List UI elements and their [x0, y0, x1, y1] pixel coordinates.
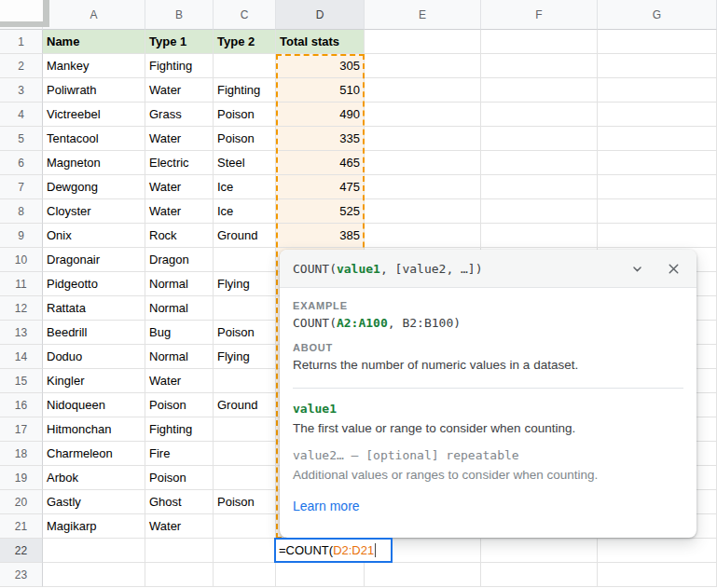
cell[interactable]: Doduo [43, 345, 145, 369]
cell[interactable]: Water [145, 199, 214, 224]
row-header[interactable]: 7 [0, 175, 43, 199]
cell[interactable]: Magneton [43, 151, 145, 175]
cell[interactable]: Water [145, 369, 214, 393]
cell[interactable] [598, 539, 717, 563]
cell[interactable]: Fighting [214, 78, 276, 103]
row-header[interactable]: 16 [0, 393, 43, 417]
cell[interactable]: Ice [214, 199, 276, 224]
cell[interactable] [481, 151, 598, 175]
cell[interactable]: Dragonair [43, 248, 145, 272]
cell[interactable] [481, 224, 598, 248]
cell[interactable] [365, 563, 481, 587]
cell[interactable] [598, 54, 717, 78]
cell[interactable] [214, 54, 276, 78]
cell[interactable] [481, 30, 598, 54]
row-header[interactable]: 17 [0, 417, 43, 442]
cell[interactable]: Rock [145, 224, 214, 248]
row-header[interactable]: 4 [0, 103, 43, 127]
row-header[interactable]: 10 [0, 248, 43, 272]
cell[interactable]: Mankey [43, 54, 145, 78]
cell[interactable] [481, 78, 598, 103]
cell[interactable]: 465 [276, 151, 365, 175]
cell[interactable] [598, 30, 717, 54]
cell[interactable] [365, 103, 481, 127]
cell[interactable]: Cloyster [43, 199, 145, 224]
cell[interactable] [481, 54, 598, 78]
cell[interactable]: Flying [214, 272, 276, 296]
cell[interactable]: Fighting [145, 54, 214, 78]
row-header[interactable]: 22 [0, 539, 43, 563]
row-header[interactable]: 21 [0, 514, 43, 539]
cell[interactable]: 305 [276, 54, 365, 78]
cell[interactable]: Rattata [43, 296, 145, 321]
cell[interactable]: Hitmonchan [43, 417, 145, 442]
cell[interactable] [365, 199, 481, 224]
row-header[interactable]: 6 [0, 151, 43, 175]
row-header[interactable]: 9 [0, 224, 43, 248]
cell[interactable]: Normal [145, 345, 214, 369]
cell[interactable] [598, 127, 717, 151]
cell[interactable]: 475 [276, 175, 365, 199]
cell[interactable]: Poison [214, 321, 276, 345]
cell[interactable]: Water [145, 175, 214, 199]
row-header[interactable]: 18 [0, 442, 43, 466]
chevron-down-icon[interactable] [629, 261, 645, 277]
cell[interactable]: Water [145, 127, 214, 151]
cell[interactable] [276, 563, 365, 587]
cell[interactable]: Ice [214, 175, 276, 199]
cell[interactable] [43, 539, 145, 563]
cell[interactable] [214, 296, 276, 321]
cell[interactable] [481, 563, 598, 587]
cell[interactable]: Ghost [145, 490, 214, 514]
cell[interactable] [598, 563, 717, 587]
cell[interactable]: Dragon [145, 248, 214, 272]
row-header[interactable]: 1 [0, 30, 43, 54]
cell[interactable]: Poison [145, 393, 214, 417]
row-header[interactable]: 12 [0, 296, 43, 321]
cell-name-header[interactable]: Name [43, 30, 145, 54]
learn-more-link[interactable]: Learn more [293, 499, 360, 513]
row-header[interactable]: 20 [0, 490, 43, 514]
close-icon[interactable] [666, 261, 682, 277]
cell[interactable] [598, 78, 717, 103]
cell[interactable]: Grass [145, 103, 214, 127]
cell[interactable] [214, 248, 276, 272]
cell[interactable] [598, 103, 717, 127]
cell[interactable]: Poison [214, 490, 276, 514]
cell[interactable] [214, 539, 276, 563]
cell[interactable]: Tentacool [43, 127, 145, 151]
cell[interactable]: Gastly [43, 490, 145, 514]
cell[interactable] [365, 78, 481, 103]
cell[interactable] [214, 417, 276, 442]
cell[interactable]: Ground [214, 393, 276, 417]
row-header[interactable]: 8 [0, 199, 43, 224]
cell[interactable]: Beedrill [43, 321, 145, 345]
cell[interactable]: Electric [145, 151, 214, 175]
cell[interactable] [214, 563, 276, 587]
cell[interactable] [481, 175, 598, 199]
cell[interactable] [598, 175, 717, 199]
cell[interactable]: Bug [145, 321, 214, 345]
cell[interactable]: Dewgong [43, 175, 145, 199]
cell[interactable] [365, 151, 481, 175]
cell[interactable]: Pidgeotto [43, 272, 145, 296]
row-header[interactable]: 15 [0, 369, 43, 393]
cell[interactable]: Poliwrath [43, 78, 145, 103]
row-header[interactable]: 2 [0, 54, 43, 78]
cell[interactable]: Flying [214, 345, 276, 369]
cell[interactable] [43, 563, 145, 587]
row-header[interactable]: 3 [0, 78, 43, 103]
cell[interactable]: Steel [214, 151, 276, 175]
cell[interactable]: Victreebel [43, 103, 145, 127]
column-header-c[interactable]: C [214, 0, 276, 30]
cell[interactable]: Fighting [145, 417, 214, 442]
column-header-e[interactable]: E [365, 0, 481, 30]
column-header-d[interactable]: D [276, 0, 365, 30]
column-header-g[interactable]: G [598, 0, 717, 30]
column-header-b[interactable]: B [145, 0, 214, 30]
cell-type2-header[interactable]: Type 2 [214, 30, 276, 54]
cell[interactable]: 490 [276, 103, 365, 127]
cell[interactable]: Normal [145, 272, 214, 296]
cell[interactable]: 385 [276, 224, 365, 248]
cell[interactable] [214, 369, 276, 393]
